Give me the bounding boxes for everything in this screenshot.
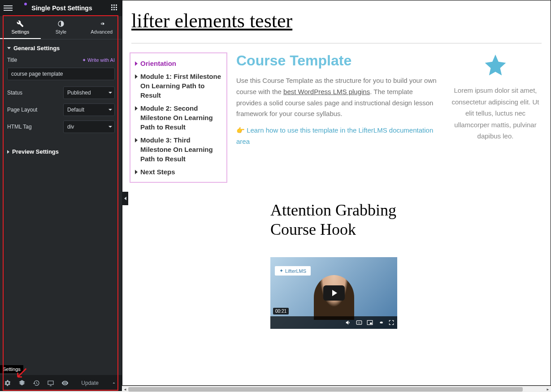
course-heading: Course Template: [236, 52, 438, 69]
update-button[interactable]: Update: [77, 378, 103, 388]
tab-advanced[interactable]: Advanced: [81, 16, 122, 39]
pip-icon[interactable]: [367, 319, 373, 326]
scroll-left-arrow[interactable]: ◄: [122, 386, 128, 392]
title-input[interactable]: [7, 68, 115, 80]
settings-icon[interactable]: [377, 319, 384, 326]
svg-rect-4: [370, 323, 372, 324]
table-of-contents: Orientation Module 1: First Milestone On…: [130, 52, 227, 183]
tab-settings[interactable]: Settings: [0, 16, 41, 39]
settings-button[interactable]: [4, 379, 12, 387]
tab-label: Advanced: [91, 29, 113, 34]
history-button[interactable]: [32, 379, 40, 387]
caret-right-icon: [135, 106, 138, 111]
cc-icon[interactable]: CC: [356, 319, 362, 326]
title-label: Title: [7, 57, 17, 63]
panel-title: Single Post Settings: [13, 4, 111, 12]
sidebar-topbar: Single Post Settings: [0, 0, 122, 16]
caret-right-icon: [135, 61, 138, 66]
tab-label: Style: [56, 29, 66, 34]
publish-options-button[interactable]: [109, 379, 118, 388]
tab-style[interactable]: Style: [41, 16, 82, 39]
horizontal-scrollbar[interactable]: ◄ ►: [122, 386, 551, 392]
collapse-sidebar-button[interactable]: [122, 192, 128, 205]
html-tag-label: HTML Tag: [7, 124, 32, 130]
caret-right-icon: [135, 74, 138, 79]
write-with-ai-button[interactable]: ✦ Write with AI: [82, 57, 115, 63]
gear-icon: [98, 20, 105, 27]
section-general-settings[interactable]: General Settings: [0, 39, 122, 57]
divider: [131, 43, 542, 43]
history-icon: [33, 379, 40, 387]
testimonial-text: Lorem ipsum dolor sit amet, consectetur …: [450, 85, 541, 142]
caret-down-icon: [7, 47, 11, 49]
wrench-icon: [17, 20, 24, 27]
page-layout-label: Page Layout: [7, 107, 37, 113]
video-player[interactable]: ✦ LifterLMS 00:21 CC: [270, 257, 397, 329]
caret-right-icon: [135, 138, 138, 142]
responsive-button[interactable]: [47, 379, 55, 387]
menu-icon[interactable]: [4, 4, 13, 13]
navigator-button[interactable]: [18, 379, 26, 387]
panel-tabs: Settings Style Advanced: [0, 16, 122, 39]
site-title-link[interactable]: lifter elements tester: [122, 0, 551, 43]
gear-icon: [4, 379, 11, 387]
status-select[interactable]: [63, 86, 115, 99]
toc-item[interactable]: Next Steps: [132, 165, 225, 178]
learn-link[interactable]: 👉 Learn how to use this template in the …: [236, 125, 438, 147]
hook-heading: Attention Grabbing Course Hook: [270, 201, 405, 239]
star-icon: [483, 52, 508, 78]
lms-plugins-link[interactable]: best WordPress LMS plugins: [283, 88, 370, 95]
course-description: Use this Course Template as the structur…: [236, 75, 438, 120]
caret-right-icon: [135, 170, 138, 174]
page-layout-select[interactable]: [63, 103, 115, 116]
toc-item[interactable]: Module 3: Third Milestone On Learning Pa…: [132, 134, 225, 165]
fullscreen-icon[interactable]: [388, 319, 395, 326]
settings-panel: General Settings Title ✦ Write with AI S…: [0, 39, 122, 160]
section-preview-settings[interactable]: Preview Settings: [0, 143, 122, 160]
editor-sidebar: Single Post Settings Settings Style Adva…: [0, 0, 122, 391]
toc-item[interactable]: Module 2: Second Milestone On Learning P…: [132, 102, 225, 134]
section-title: Preview Settings: [12, 148, 59, 155]
layers-icon: [18, 379, 26, 387]
preview-button[interactable]: [61, 379, 69, 387]
chevron-up-icon: [111, 380, 117, 386]
tab-label: Settings: [11, 29, 29, 34]
section-title: General Settings: [13, 45, 60, 52]
widgets-grid-icon[interactable]: [111, 4, 118, 12]
html-tag-select[interactable]: [63, 121, 115, 133]
elementor-indicator: [24, 3, 27, 5]
video-brand: ✦ LifterLMS: [275, 266, 311, 276]
video-time: 00:21: [273, 308, 289, 314]
scroll-right-arrow[interactable]: ►: [545, 386, 551, 392]
devices-icon: [47, 379, 54, 387]
caret-right-icon: [7, 150, 9, 154]
play-button[interactable]: [323, 285, 345, 301]
eye-icon: [61, 379, 69, 387]
status-label: Status: [7, 90, 22, 96]
toc-item[interactable]: Orientation: [132, 57, 225, 70]
svg-text:CC: CC: [358, 322, 360, 324]
video-controls: CC: [270, 316, 397, 329]
toc-item[interactable]: Module 1: First Milestone On Learning Pa…: [132, 70, 225, 102]
style-icon: [57, 20, 65, 27]
scroll-thumb[interactable]: [128, 387, 523, 392]
preview-canvas: lifter elements tester Orientation Modul…: [122, 0, 551, 386]
settings-tooltip: Settings: [0, 365, 23, 373]
bottom-toolbar: Update: [0, 375, 122, 391]
volume-icon[interactable]: [345, 319, 351, 326]
